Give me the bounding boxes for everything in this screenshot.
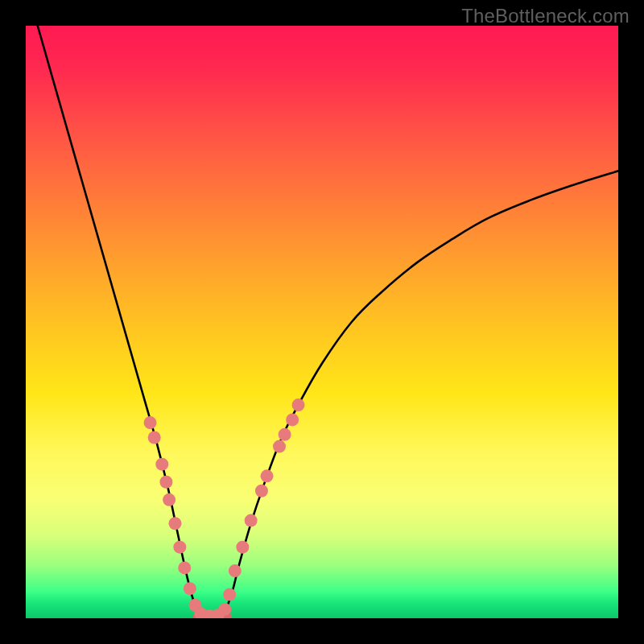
data-point bbox=[218, 603, 231, 616]
data-point bbox=[148, 431, 161, 444]
data-point bbox=[286, 413, 299, 426]
plot-area bbox=[26, 26, 618, 618]
data-point bbox=[292, 398, 305, 411]
data-point bbox=[236, 541, 249, 554]
data-point bbox=[273, 440, 286, 453]
data-point bbox=[159, 476, 172, 489]
data-point bbox=[229, 564, 242, 577]
watermark-text: TheBottleneck.com bbox=[461, 5, 630, 27]
bottleneck_curve_right bbox=[221, 171, 618, 618]
data-point bbox=[155, 458, 168, 471]
data-point bbox=[178, 561, 191, 574]
curve-layer bbox=[26, 26, 618, 618]
data-point bbox=[279, 428, 291, 441]
bottleneck_curve_left bbox=[38, 26, 204, 618]
data-point bbox=[223, 588, 236, 601]
data-point bbox=[144, 416, 157, 429]
data-point bbox=[255, 485, 268, 497]
data-point bbox=[245, 514, 258, 527]
data-point bbox=[163, 493, 175, 506]
data-point bbox=[168, 517, 181, 530]
outer-frame: TheBottleneck.com bbox=[0, 0, 644, 644]
data-point bbox=[261, 469, 274, 482]
data-point bbox=[173, 541, 186, 554]
data-point bbox=[184, 582, 196, 595]
